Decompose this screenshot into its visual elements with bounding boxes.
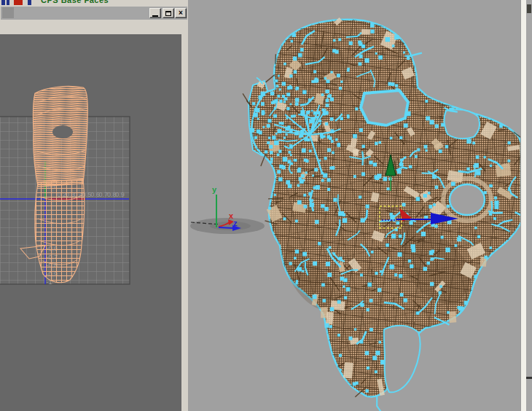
vertex-dot [295, 98, 299, 101]
highlight-patch [343, 362, 353, 379]
vertex-dot [344, 296, 347, 299]
close-button[interactable]: × [175, 8, 187, 18]
vertex-dot [283, 217, 286, 220]
vertex-dot [252, 102, 255, 105]
vertex-dot [484, 191, 487, 194]
vertex-dot [296, 280, 298, 282]
vertex-dot [335, 138, 338, 141]
vertex-dot [434, 224, 437, 227]
eye-hole [52, 125, 73, 138]
vertex-dot [397, 170, 402, 174]
vertex-dot [429, 205, 432, 208]
vertex-dot [375, 370, 378, 373]
vertex-dot [395, 84, 398, 87]
vertex-dot [323, 299, 326, 302]
grid-label: 0.9 [115, 191, 125, 198]
vertex-dot [372, 356, 377, 360]
vertex-dot [286, 117, 288, 120]
vertex-dot [392, 44, 395, 47]
vertex-dot [383, 177, 387, 181]
vertex-dot [304, 137, 308, 141]
vertex-dot [339, 354, 342, 357]
vertex-dot [415, 155, 418, 158]
vertex-dot [327, 135, 331, 138]
vertex-dot [359, 62, 362, 66]
vertex-dot [326, 98, 329, 101]
vertex-dot [291, 115, 294, 118]
subdivision-mesh[interactable] [243, 17, 520, 411]
vertex-dot [411, 244, 415, 248]
vertex-dot [390, 265, 394, 269]
vertex-dot [308, 98, 311, 101]
vertex-dot [317, 111, 321, 114]
vertex-dot [310, 203, 314, 207]
vertex-dot [281, 165, 285, 169]
vertex-dot [340, 81, 343, 83]
vertex-dot [278, 129, 282, 133]
orthographic-viewport[interactable]: 0.1 0.20.30.40.50.60.70.80.9 -0.6-0.7-0.… [0, 34, 181, 411]
vertex-dot [299, 168, 301, 170]
vertex-dot [423, 194, 427, 197]
vertex-dot [421, 232, 426, 236]
vertex-dot [324, 207, 329, 211]
vertex-dot [295, 88, 297, 90]
vertex-dot [324, 77, 326, 79]
vertex-dot [312, 175, 314, 177]
vertex-dot [396, 88, 399, 91]
vertex-dot [362, 145, 365, 148]
vertex-dot [282, 82, 286, 85]
maximize-button[interactable] [163, 8, 174, 18]
z-axis-label: z [233, 219, 238, 227]
vertex-dot [409, 165, 412, 168]
app-icon-blue-1 [1, 0, 5, 5]
vertex-dot [494, 200, 498, 205]
vertex-dot [375, 272, 378, 275]
vertex-dot [484, 156, 486, 158]
vertex-dot [494, 197, 497, 200]
vertex-dot [270, 160, 273, 163]
vertex-dot [394, 35, 399, 39]
vertex-dot [321, 283, 325, 287]
vertex-dot [425, 100, 428, 103]
vertex-dot [343, 218, 347, 222]
highlight-patch [496, 163, 512, 177]
vertex-dot [304, 149, 306, 151]
vertex-dot [340, 369, 342, 371]
vertex-dot [283, 157, 287, 161]
vertex-dot [291, 172, 293, 174]
vertex-dot [389, 213, 392, 216]
vertex-dot [321, 109, 324, 111]
vertex-dot [294, 70, 297, 74]
vertex-dot [305, 117, 308, 119]
vertex-dot [426, 262, 429, 265]
vertex-dot [261, 102, 265, 106]
vertex-dot [355, 107, 358, 110]
vertex-dot [387, 187, 390, 190]
vertex-dot [378, 55, 383, 60]
vertex-dot [267, 124, 270, 128]
vertex-dot [353, 134, 357, 138]
vertex-dot [439, 149, 442, 153]
vertex-dot [302, 270, 304, 272]
vertex-dot [277, 95, 280, 98]
vertex-dot [297, 267, 302, 271]
child-window-titlebar[interactable]: × [1, 7, 187, 20]
vertex-dot [329, 246, 332, 249]
vertex-dot [429, 251, 434, 255]
vertex-dot [343, 278, 347, 282]
vertex-dot [293, 57, 297, 61]
app-icon-blue-2 [7, 0, 9, 5]
vertex-dot [354, 328, 356, 330]
vertex-dot [313, 70, 316, 73]
vertex-dot [305, 171, 308, 173]
vertex-dot [277, 154, 280, 157]
vertex-dot [324, 324, 329, 328]
vertex-dot [404, 298, 407, 302]
perspective-viewport[interactable]: y x z [188, 0, 520, 411]
vertex-dot [269, 145, 273, 149]
minimize-button[interactable] [149, 8, 161, 18]
vertex-dot [353, 175, 356, 178]
close-icon: × [179, 9, 183, 17]
vertex-dot [278, 122, 281, 125]
vertex-dot [476, 171, 480, 175]
